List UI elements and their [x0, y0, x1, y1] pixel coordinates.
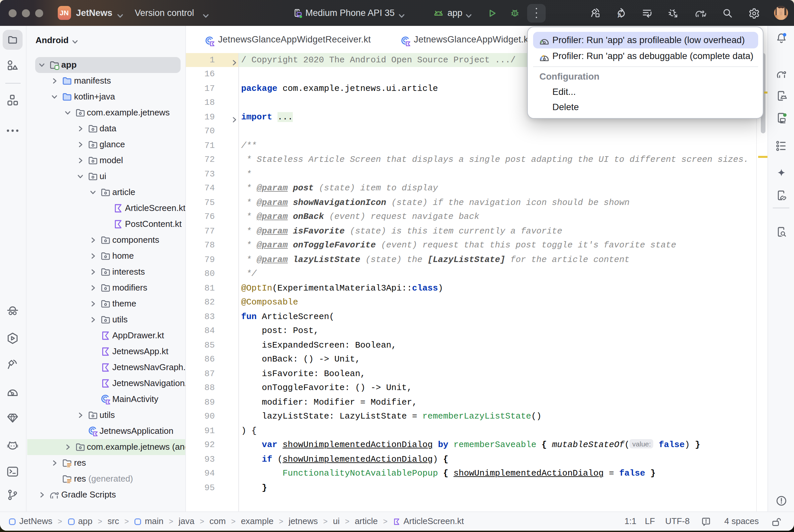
svg-text:A: A	[617, 12, 622, 19]
